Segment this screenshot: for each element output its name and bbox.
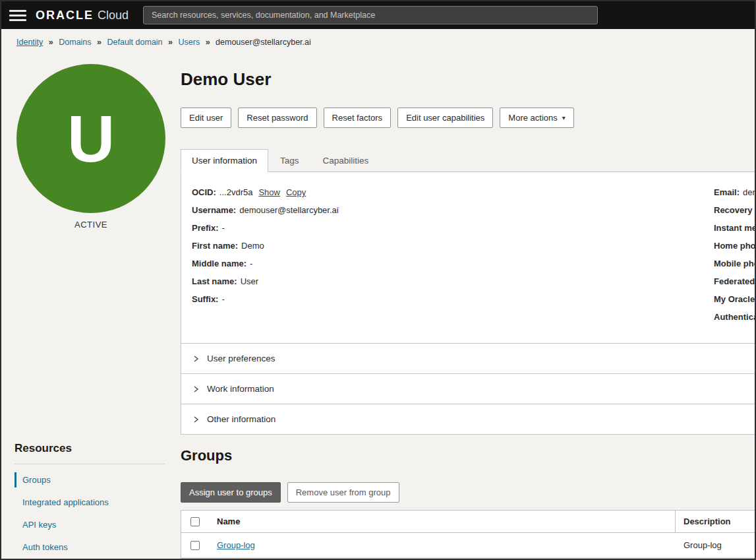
breadcrumb: Identity » Domains » Default domain » Us… (1, 29, 755, 53)
hamburger-menu-icon[interactable] (9, 7, 26, 24)
more-actions-button[interactable]: More actions ▾ (500, 108, 573, 128)
sidebar-item-api-keys[interactable]: API keys (15, 517, 165, 532)
remove-user-from-group-button[interactable]: Remove user from group (287, 482, 399, 503)
avatar-letter: U (67, 106, 115, 171)
field-suffix: Suffix:- (192, 294, 755, 305)
user-actions-toolbar: Edit user Reset password Reset factors E… (181, 108, 755, 128)
section-user-preferences[interactable]: User preferences (181, 344, 755, 374)
ocid-show-link[interactable]: Show (258, 187, 280, 197)
sidebar-item-integrated-applications[interactable]: Integrated applications (15, 495, 165, 510)
oracle-cloud-console: ORACLE Cloud Identity » Domains » Defaul… (0, 0, 756, 560)
field-federated: Federated: (714, 276, 756, 288)
tab-capabilities[interactable]: Capabilities (311, 150, 381, 171)
resources-nav: Resources Groups Integrated applications… (15, 442, 165, 555)
groups-section-title: Groups (181, 447, 755, 464)
field-middle-name: Middle name:- (192, 258, 755, 270)
user-information-right-column: Email:dem Recovery e Instant mes Home ph… (714, 187, 756, 329)
groups-table: Name Description Group-log Group-log (181, 510, 755, 559)
row-checkbox[interactable] (190, 541, 200, 550)
field-prefix: Prefix:- (192, 222, 755, 234)
sidebar-item-groups[interactable]: Groups (15, 472, 165, 487)
caret-down-icon: ▾ (562, 114, 566, 121)
group-name-link[interactable]: Group-log (217, 540, 255, 550)
tab-tags[interactable]: Tags (268, 150, 311, 171)
field-mobile-phone: Mobile pho (714, 258, 756, 270)
section-work-information[interactable]: Work information (181, 374, 755, 404)
field-my-oracle: My Oracle (714, 294, 756, 305)
field-last-name: Last name:User (192, 276, 755, 288)
field-username: Username:demouser@stellarcyber.ai (192, 204, 755, 216)
reset-password-button[interactable]: Reset password (238, 108, 316, 128)
section-other-information[interactable]: Other information (181, 404, 755, 435)
breadcrumb-separator: » (168, 38, 173, 47)
breadcrumb-separator: » (206, 38, 210, 47)
breadcrumb-separator: » (49, 38, 53, 47)
breadcrumb-current-user: demouser@stellarcyber.ai (216, 38, 311, 47)
oracle-cloud-logo: ORACLE Cloud (36, 9, 129, 22)
oracle-wordmark: ORACLE (36, 9, 94, 22)
status-badge: ACTIVE (1, 220, 181, 230)
groups-table-header: Name Description (181, 511, 755, 533)
field-email: Email:dem (714, 187, 756, 199)
breadcrumb-item-default-domain[interactable]: Default domain (107, 38, 162, 47)
chevron-right-icon (192, 416, 200, 423)
groups-toolbar: Assign user to groups Remove user from g… (181, 482, 755, 503)
user-information-panel: OCID:...2vdr5aShowCopy Username:demouser… (181, 171, 755, 344)
field-recovery-email: Recovery e (714, 204, 756, 216)
breadcrumb-separator: » (97, 38, 102, 47)
table-row: Group-log Group-log (181, 533, 755, 558)
chevron-right-icon (192, 355, 200, 363)
more-actions-label: More actions (508, 113, 557, 123)
assign-user-to-groups-button[interactable]: Assign user to groups (181, 482, 281, 503)
field-ocid: OCID:...2vdr5aShowCopy (192, 187, 755, 199)
field-first-name: First name:Demo (192, 240, 755, 252)
chevron-right-icon (192, 385, 200, 393)
field-authentication: Authentica (714, 311, 756, 323)
search-input[interactable] (143, 6, 598, 24)
select-all-checkbox[interactable] (190, 517, 200, 526)
page-title: Demo User (181, 69, 755, 90)
ocid-copy-link[interactable]: Copy (286, 187, 306, 197)
resources-title: Resources (15, 442, 165, 464)
left-panel: U ACTIVE Resources Groups Integrated app… (1, 53, 181, 560)
user-avatar: U (16, 64, 165, 213)
edit-user-button[interactable]: Edit user (181, 108, 231, 128)
reset-factors-button[interactable]: Reset factors (324, 108, 392, 128)
breadcrumb-item-users[interactable]: Users (178, 38, 200, 47)
tab-bar: User information Tags Capabilities (181, 149, 755, 171)
column-header-name: Name (209, 511, 676, 532)
topbar-search (143, 6, 598, 24)
topbar: ORACLE Cloud (1, 1, 755, 29)
group-description: Group-log (676, 540, 755, 550)
cloud-wordmark: Cloud (98, 9, 129, 22)
edit-user-capabilities-button[interactable]: Edit user capabilities (397, 108, 493, 128)
tab-user-information[interactable]: User information (181, 149, 268, 172)
column-header-description: Description (676, 516, 755, 526)
breadcrumb-item-domains[interactable]: Domains (59, 38, 91, 47)
breadcrumb-item-identity[interactable]: Identity (16, 38, 43, 47)
field-home-phone: Home phon (714, 240, 756, 252)
field-instant-messaging: Instant mes (714, 222, 756, 234)
sidebar-item-auth-tokens[interactable]: Auth tokens (15, 540, 165, 555)
main-content: Demo User Edit user Reset password Reset… (181, 53, 755, 559)
